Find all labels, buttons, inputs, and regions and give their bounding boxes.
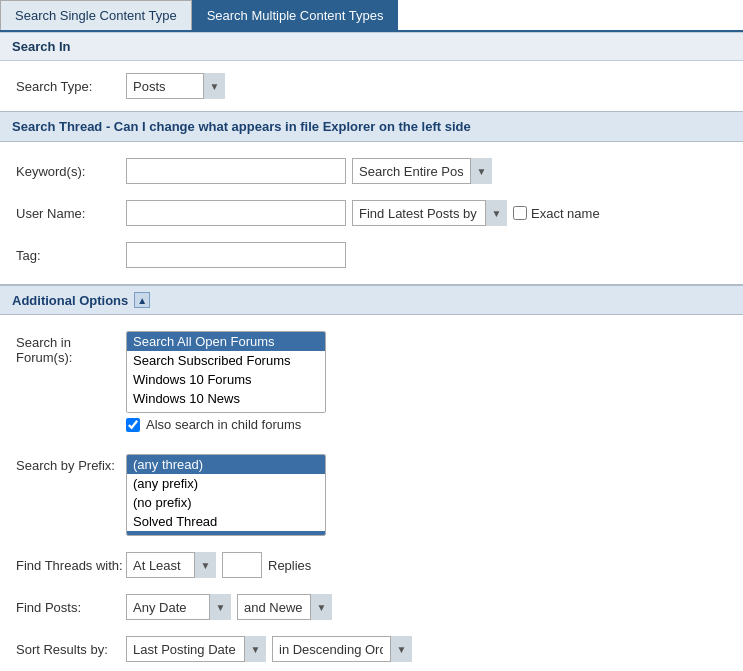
keywords-row: Keyword(s): Search Entire Posts Search T…	[16, 150, 727, 192]
username-controls: Find Latest Posts by User Find Oldest Po…	[126, 200, 727, 226]
search-type-controls: Posts Threads Blog Posts Albums ▼	[126, 73, 727, 99]
prefix-row: Search by Prefix: (any thread) (any pref…	[16, 446, 727, 544]
keywords-controls: Search Entire Posts Search Titles Only ▼	[126, 158, 727, 184]
find-posts-date-controls: Any Date Today Last Week Last Month Last…	[126, 594, 727, 620]
exact-name-checkbox[interactable]	[513, 206, 527, 220]
sort-select[interactable]: Last Posting Date Thread Start Date Numb…	[126, 636, 266, 662]
find-threads-qualifier-wrapper[interactable]: At Least Exactly At Most ▼	[126, 552, 216, 578]
tabs-container: Search Single Content Type Search Multip…	[0, 0, 743, 32]
forums-row: Search in Forum(s): Search All Open Foru…	[16, 323, 727, 446]
keywords-area: Keyword(s): Search Entire Posts Search T…	[0, 142, 743, 284]
date-select-wrapper[interactable]: Any Date Today Last Week Last Month Last…	[126, 594, 231, 620]
find-posts-wrapper[interactable]: Find Latest Posts by User Find Oldest Po…	[352, 200, 507, 226]
child-forums-checkbox[interactable]	[126, 418, 140, 432]
thread-search-header: Search Thread - Can I change what appear…	[0, 111, 743, 142]
child-forums-label: Also search in child forums	[146, 417, 301, 432]
forums-label: Search in Forum(s):	[16, 331, 126, 365]
search-in-area: Search Type: Posts Threads Blog Posts Al…	[0, 61, 743, 111]
replies-label: Replies	[268, 558, 311, 573]
sort-select-wrapper[interactable]: Last Posting Date Thread Start Date Numb…	[126, 636, 266, 662]
find-posts-row: Find Posts: Any Date Today Last Week Las…	[16, 586, 727, 628]
tab-multiple[interactable]: Search Multiple Content Types	[192, 0, 399, 30]
username-input[interactable]	[126, 200, 346, 226]
find-threads-row: Find Threads with: At Least Exactly At M…	[16, 544, 727, 586]
tag-controls	[126, 242, 727, 268]
search-type-select-wrapper[interactable]: Posts Threads Blog Posts Albums ▼	[126, 73, 225, 99]
forums-listbox[interactable]: Search All Open Forums Search Subscribed…	[126, 331, 326, 413]
search-in-header: Search In	[0, 32, 743, 61]
search-type-row: Search Type: Posts Threads Blog Posts Al…	[16, 65, 727, 107]
search-type-select[interactable]: Posts Threads Blog Posts Albums	[126, 73, 225, 99]
date-newer-wrapper[interactable]: and Newer and Older ▼	[237, 594, 332, 620]
find-threads-label: Find Threads with:	[16, 558, 126, 573]
tag-input[interactable]	[126, 242, 346, 268]
tag-row: Tag:	[16, 234, 727, 276]
replies-input[interactable]	[222, 552, 262, 578]
prefix-listbox[interactable]: (any thread) (any prefix) (no prefix) So…	[126, 454, 326, 536]
keywords-label: Keyword(s):	[16, 164, 126, 179]
date-select[interactable]: Any Date Today Last Week Last Month Last…	[126, 594, 231, 620]
additional-options-header: Additional Options ▲	[0, 284, 743, 315]
additional-options-area: Search in Forum(s): Search All Open Foru…	[0, 315, 743, 671]
prefix-label: Search by Prefix:	[16, 454, 126, 473]
exact-name-text: Exact name	[531, 206, 600, 221]
find-threads-controls: At Least Exactly At Most ▼ Replies	[126, 552, 727, 578]
sort-row: Sort Results by: Last Posting Date Threa…	[16, 628, 727, 670]
username-row: User Name: Find Latest Posts by User Fin…	[16, 192, 727, 234]
keyword-scope-select[interactable]: Search Entire Posts Search Titles Only	[352, 158, 492, 184]
tab-single[interactable]: Search Single Content Type	[0, 0, 192, 30]
date-newer-select[interactable]: and Newer and Older	[237, 594, 332, 620]
find-posts-date-label: Find Posts:	[16, 600, 126, 615]
keywords-input[interactable]	[126, 158, 346, 184]
sort-label: Sort Results by:	[16, 642, 126, 657]
username-label: User Name:	[16, 206, 126, 221]
sort-controls: Last Posting Date Thread Start Date Numb…	[126, 636, 727, 662]
find-posts-select[interactable]: Find Latest Posts by User Find Oldest Po…	[352, 200, 507, 226]
find-threads-qualifier-select[interactable]: At Least Exactly At Most	[126, 552, 216, 578]
child-forums-row: Also search in child forums	[126, 413, 326, 438]
sort-order-select[interactable]: in Descending Order in Ascending Order	[272, 636, 412, 662]
sort-order-wrapper[interactable]: in Descending Order in Ascending Order ▼	[272, 636, 412, 662]
exact-name-label[interactable]: Exact name	[513, 206, 600, 221]
forums-listbox-wrapper: Search All Open Forums Search Subscribed…	[126, 331, 326, 413]
collapse-icon[interactable]: ▲	[134, 292, 150, 308]
tag-label: Tag:	[16, 248, 126, 263]
additional-options-title: Additional Options	[12, 293, 128, 308]
search-type-label: Search Type:	[16, 79, 126, 94]
prefix-controls: (any thread) (any prefix) (no prefix) So…	[126, 454, 326, 536]
forums-controls: Search All Open Forums Search Subscribed…	[126, 331, 326, 438]
keyword-scope-wrapper[interactable]: Search Entire Posts Search Titles Only ▼	[352, 158, 492, 184]
